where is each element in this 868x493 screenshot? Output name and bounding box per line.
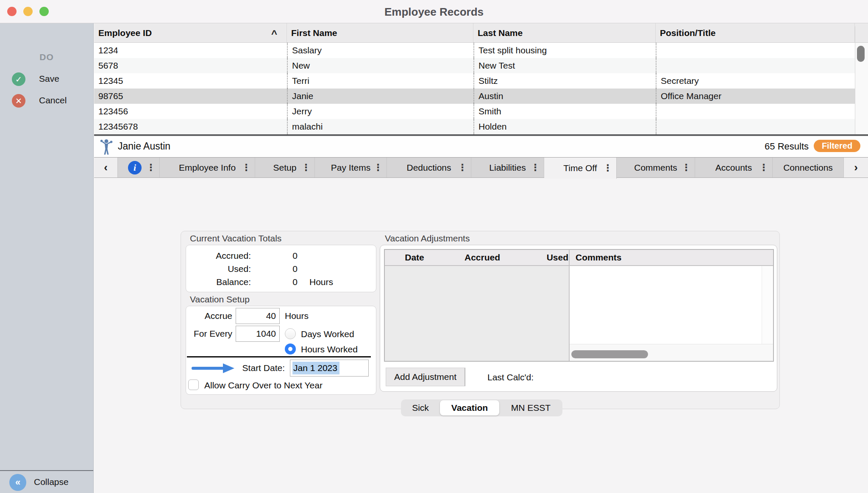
tab-liabilities[interactable]: Liabilities ⋮	[471, 158, 544, 177]
accrued-label: Accrued:	[186, 251, 251, 261]
adjustments-comments-area[interactable]	[570, 266, 773, 344]
selected-record-bar: Janie Austin 65 Results Filtered	[94, 136, 868, 158]
comments-vertical-scrollbar[interactable]	[762, 266, 773, 344]
cell-first-name: malachi	[287, 119, 473, 134]
tab-menu-dots-icon[interactable]: ⋮	[603, 163, 612, 174]
last-calcd-label: Last Calc'd:	[487, 372, 534, 382]
tab-menu-dots-icon[interactable]: ⋮	[531, 162, 540, 173]
accrue-hours-label: Hours	[285, 311, 309, 321]
tabbar-underline	[94, 177, 868, 178]
used-label: Used:	[186, 264, 251, 274]
add-adjustment-button[interactable]: Add Adjustment	[386, 368, 465, 386]
horizontal-scrollbar-thumb[interactable]	[571, 350, 648, 358]
vacation-adjustments-table: Date Accrued Used Comments	[384, 249, 774, 362]
tab-info[interactable]: i ⋮	[118, 158, 160, 177]
segment-sick[interactable]: Sick	[401, 399, 440, 416]
selected-employee-name: Janie Austin	[118, 141, 170, 152]
adj-column-comments[interactable]: Comments	[570, 250, 622, 265]
cell-last-name: New Test	[473, 58, 656, 73]
employee-records-window: Employee Records Employee ID ^ First Nam…	[0, 0, 868, 493]
cell-employee-id: 5678	[94, 58, 287, 73]
collapse-button[interactable]: « Collapse	[0, 470, 93, 493]
cell-position-title	[656, 104, 855, 119]
days-worked-label: Days Worked	[301, 329, 354, 339]
tab-menu-dots-icon[interactable]: ⋮	[458, 162, 467, 173]
current-vacation-totals-label: Current Vacation Totals	[190, 233, 281, 244]
tab-menu-dots-icon[interactable]: ⋮	[759, 162, 768, 173]
tab-deductions[interactable]: Deductions ⋮	[387, 158, 471, 177]
comments-horizontal-scrollbar[interactable]	[570, 344, 773, 361]
table-row[interactable]: 12345 Terri Stiltz Secretary	[94, 73, 855, 89]
cell-position-title	[656, 43, 855, 58]
column-header-position-title[interactable]: Position/Title	[656, 23, 855, 42]
for-every-label: For Every	[186, 329, 232, 339]
cell-employee-id: 1234	[94, 43, 287, 58]
table-row[interactable]: 123456 Jerry Smith	[94, 104, 855, 119]
save-button[interactable]: ✓ Save	[0, 72, 93, 89]
comments-column-divider	[569, 250, 570, 361]
tab-menu-dots-icon[interactable]: ⋮	[242, 162, 251, 173]
table-scrollbar-thumb[interactable]	[857, 46, 865, 62]
cancel-button[interactable]: ✕ Cancel	[0, 94, 93, 111]
filtered-badge[interactable]: Filtered	[814, 140, 860, 152]
start-date-input[interactable]: Jan 1 2023	[290, 360, 369, 377]
time-off-type-segmented-control: Sick Vacation MN ESST	[401, 399, 562, 416]
tab-time-off-active[interactable]: Time Off ⋮	[544, 158, 617, 179]
cell-last-name: Stiltz	[473, 73, 656, 89]
tab-menu-dots-icon[interactable]: ⋮	[146, 162, 156, 173]
allow-carry-over-checkbox[interactable]	[188, 379, 199, 390]
info-icon: i	[128, 161, 142, 174]
adjustments-table-header: Date Accrued Used Comments	[385, 250, 773, 266]
cell-position-title	[656, 119, 855, 134]
action-sidebar: DO ✓ Save ✕ Cancel « Collapse	[0, 23, 94, 493]
cell-employee-id: 12345	[94, 73, 287, 89]
table-row[interactable]: 5678 New New Test	[94, 58, 855, 73]
record-tab-bar: ‹ i ⋮ Employee Info ⋮ Setup ⋮ Pay Items …	[94, 158, 868, 178]
table-row[interactable]: 12345678 malachi Holden	[94, 119, 855, 134]
tab-comments[interactable]: Comments ⋮	[617, 158, 695, 177]
employee-table-body: 1234 Saslary Test split housing 5678 New…	[94, 43, 855, 134]
tab-pay-items[interactable]: Pay Items ⋮	[315, 158, 387, 177]
column-header-employee-id[interactable]: Employee ID ^	[94, 23, 287, 42]
column-header-last-name[interactable]: Last Name	[473, 23, 656, 42]
cell-employee-id: 123456	[94, 104, 287, 119]
cell-position-title: Secretary	[656, 73, 855, 89]
tab-accounts[interactable]: Accounts ⋮	[695, 158, 773, 177]
results-count: 65 Results	[765, 141, 809, 152]
tabs-scroll-right-button[interactable]: ›	[844, 158, 868, 177]
table-row-selected[interactable]: 98765 Janie Austin Office Manager	[94, 89, 855, 104]
segment-mn-esst[interactable]: MN ESST	[499, 399, 562, 416]
tabs-scroll-left-button[interactable]: ‹	[94, 158, 118, 177]
adj-column-used[interactable]: Used	[520, 250, 568, 265]
person-icon	[98, 138, 114, 157]
cell-employee-id: 98765	[94, 89, 287, 104]
tab-connections[interactable]: Connections	[773, 158, 844, 177]
tab-menu-dots-icon[interactable]: ⋮	[682, 162, 691, 173]
cell-last-name: Austin	[473, 89, 656, 104]
used-value: 0	[287, 264, 303, 274]
cell-last-name: Test split housing	[473, 43, 656, 58]
tab-setup[interactable]: Setup ⋮	[255, 158, 315, 177]
hours-worked-label: Hours Worked	[301, 344, 358, 355]
tab-employee-info[interactable]: Employee Info ⋮	[160, 158, 255, 177]
do-section-label: DO	[0, 52, 93, 62]
adjustments-empty-rows-area	[385, 266, 569, 361]
tab-menu-dots-icon[interactable]: ⋮	[373, 162, 383, 173]
days-worked-radio[interactable]	[285, 328, 296, 339]
cell-first-name: Jerry	[287, 104, 473, 119]
vacation-adjustments-label: Vacation Adjustments	[385, 233, 470, 244]
collapse-chevrons-icon: «	[9, 474, 26, 491]
adj-column-accrued[interactable]: Accrued	[444, 250, 520, 265]
segment-vacation-active[interactable]: Vacation	[440, 400, 499, 415]
setup-divider-line	[187, 356, 371, 357]
adj-column-date[interactable]: Date	[385, 250, 444, 265]
tab-menu-dots-icon[interactable]: ⋮	[301, 162, 311, 173]
cell-position-title: Office Manager	[656, 89, 855, 104]
table-row[interactable]: 1234 Saslary Test split housing	[94, 43, 855, 58]
for-every-input[interactable]: 1040	[236, 326, 280, 342]
cell-last-name: Holden	[473, 119, 656, 134]
hours-worked-radio-checked[interactable]	[285, 343, 296, 355]
accrue-input[interactable]: 40	[236, 308, 280, 324]
cell-employee-id: 12345678	[94, 119, 287, 134]
column-header-first-name[interactable]: First Name	[287, 23, 473, 42]
